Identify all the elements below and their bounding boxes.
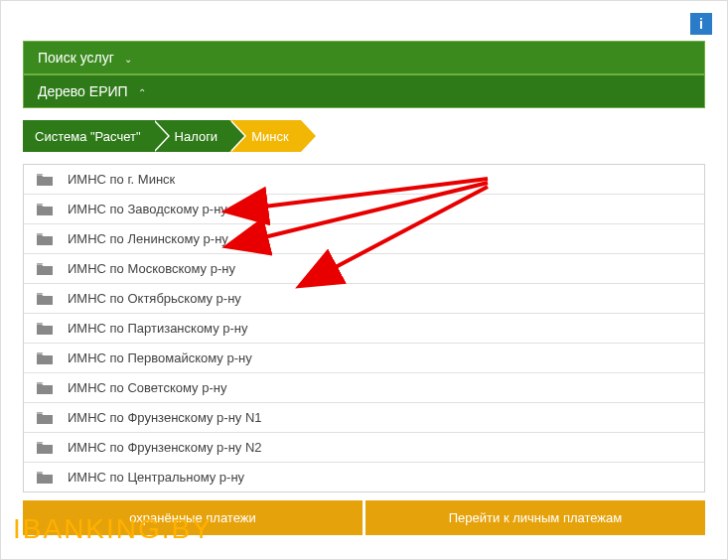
folder-icon	[36, 203, 54, 216]
list-item[interactable]: ИМНС по Заводскому р-ну	[24, 195, 704, 224]
list-item[interactable]: ИМНС по Октябрьскому р-ну	[24, 284, 704, 314]
erip-tree-bar[interactable]: Дерево ЕРИП ⌃	[23, 74, 705, 108]
folder-icon	[36, 292, 54, 306]
breadcrumb-label: Налоги	[175, 129, 218, 144]
folder-icon	[36, 471, 54, 485]
chevron-up-icon: ⌃	[138, 87, 146, 98]
list-item[interactable]: ИМНС по Фрунзенскому р-ну N2	[24, 433, 704, 463]
list-item-label: ИМНС по Октябрьскому р-ну	[68, 291, 241, 306]
list-item[interactable]: ИМНС по Партизанскому р-ну	[24, 314, 704, 344]
breadcrumb: Система "Расчет"НалогиМинск	[23, 120, 705, 152]
search-services-label: Поиск услуг	[38, 50, 114, 66]
breadcrumb-label: Минск	[251, 129, 288, 144]
list-item[interactable]: ИМНС по Ленинскому р-ну	[24, 224, 704, 254]
folder-icon	[36, 351, 54, 365]
list-item[interactable]: ИМНС по Фрунзенскому р-ну N1	[24, 403, 704, 433]
breadcrumb-item-0[interactable]: Система "Расчет"	[23, 120, 153, 152]
list-item-label: ИМНС по Фрунзенскому р-ну N2	[68, 440, 262, 455]
erip-tree-label: Дерево ЕРИП	[38, 83, 128, 99]
folder-icon	[36, 411, 54, 425]
list-item-label: ИМНС по Московскому р-ну	[68, 261, 235, 276]
folder-icon	[36, 173, 54, 187]
search-services-bar[interactable]: Поиск услуг ⌄	[23, 41, 705, 74]
list-item-label: ИМНС по г. Минск	[68, 172, 175, 187]
list-item-label: ИМНС по Первомайскому р-ну	[68, 350, 252, 365]
folder-list: ИМНС по г. МинскИМНС по Заводскому р-нуИ…	[23, 164, 705, 492]
breadcrumb-label: Система "Расчет"	[35, 129, 141, 144]
list-item-label: ИМНС по Советскому р-ну	[68, 380, 226, 395]
folder-icon	[36, 232, 54, 246]
folder-icon	[36, 262, 54, 276]
folder-icon	[36, 322, 54, 336]
list-item-label: ИМНС по Партизанскому р-ну	[68, 321, 248, 336]
list-item[interactable]: ИМНС по Первомайскому р-ну	[24, 344, 704, 373]
chevron-down-icon: ⌄	[124, 54, 132, 65]
list-item[interactable]: ИМНС по Советскому р-ну	[24, 373, 704, 403]
list-item[interactable]: ИМНС по г. Минск	[24, 165, 704, 195]
list-item-label: ИМНС по Центральному р-ну	[68, 470, 244, 485]
watermark-logo: IBANKING.BY	[13, 513, 213, 545]
personal-payments-button[interactable]: Перейти к личным платежам	[365, 500, 705, 535]
list-item-label: ИМНС по Фрунзенскому р-ну N1	[68, 410, 262, 425]
list-item[interactable]: ИМНС по Центральному р-ну	[24, 463, 704, 491]
info-button[interactable]: i	[690, 13, 712, 35]
list-item-label: ИМНС по Ленинскому р-ну	[68, 231, 228, 246]
list-item[interactable]: ИМНС по Московскому р-ну	[24, 254, 704, 284]
folder-icon	[36, 441, 54, 455]
folder-icon	[36, 381, 54, 395]
list-item-label: ИМНС по Заводскому р-ну	[68, 202, 227, 216]
